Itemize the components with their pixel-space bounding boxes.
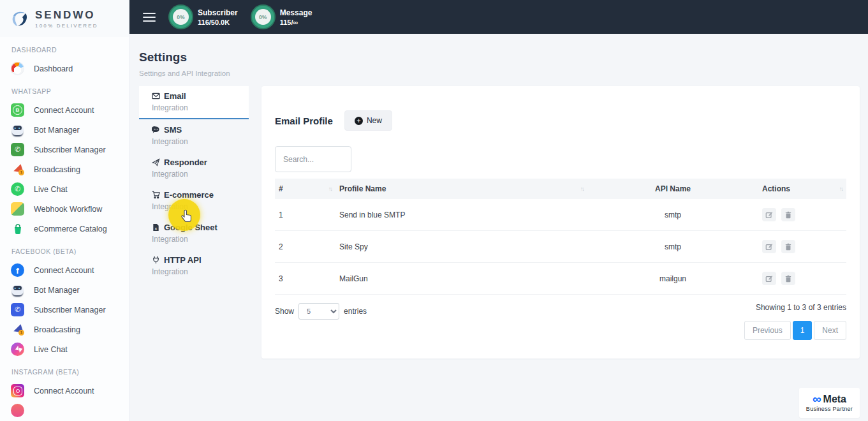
section-label-instagram: INSTAGRAM (BETA): [11, 368, 129, 376]
hand-cursor-icon: [179, 209, 193, 225]
hamburger-menu-icon[interactable]: [143, 10, 156, 24]
column-header-api-name[interactable]: API Name: [587, 179, 758, 199]
tab-responder-integration[interactable]: Responder Integration: [139, 152, 249, 184]
sidebar-item-fb-subscriber-manager[interactable]: Subscriber Manager: [0, 300, 129, 320]
email-profiles-table: #↑↓ Profile Name↑↓ API Name Actions↑↓ 1 …: [275, 179, 846, 295]
tab-sms-integration[interactable]: SMS Integration: [139, 120, 249, 152]
cart-icon: [152, 191, 160, 199]
message-stat-value: 115/∞: [280, 18, 313, 26]
subscriber-stat: 0% Subscriber 116/50.0K: [170, 6, 238, 28]
panel-title: Email Profile: [275, 115, 333, 126]
edit-button[interactable]: [762, 240, 776, 253]
delete-button[interactable]: [781, 208, 795, 221]
brand-logo[interactable]: SENDWO 100% DELIVERED: [0, 0, 129, 37]
progress-ring-icon: 0%: [252, 6, 274, 28]
sidebar: SENDWO 100% DELIVERED DASHBOARD Dashboar…: [0, 0, 129, 421]
robot-icon: [11, 283, 24, 297]
column-header-profile-name[interactable]: Profile Name↑↓: [335, 179, 587, 199]
gauge-icon: [11, 62, 24, 75]
sendwo-logo-icon: [8, 7, 31, 30]
edit-icon: [765, 275, 773, 283]
page-1-button[interactable]: 1: [793, 321, 813, 340]
sidebar-item-fb-bot-manager[interactable]: Bot Manager: [0, 280, 129, 300]
sidebar-item-fb-live-chat[interactable]: Live Chat: [0, 339, 129, 359]
sidebar-item-partial[interactable]: [0, 401, 129, 420]
main-content: Settings Settings and API Integration Em…: [129, 34, 868, 421]
entries-label: entries: [344, 307, 367, 316]
subscriber-stat-value: 116/50.0K: [198, 18, 238, 26]
delete-button[interactable]: [781, 240, 795, 253]
instagram-icon: [11, 384, 24, 397]
previous-page-button[interactable]: Previous: [744, 321, 791, 340]
table-header-row: #↑↓ Profile Name↑↓ API Name Actions↑↓: [275, 179, 846, 199]
plus-circle-icon: [355, 117, 363, 125]
topbar: 0% Subscriber 116/50.0K 0% Message 115/∞: [129, 0, 868, 34]
sidebar-item-ecommerce-catalog[interactable]: eCommerce Catalog: [0, 219, 129, 239]
show-label: Show: [275, 307, 294, 316]
column-header-actions[interactable]: Actions↑↓: [758, 179, 846, 199]
whatsapp-chat-icon: [11, 182, 24, 196]
delete-button[interactable]: [781, 272, 795, 285]
table-row: 3 MailGun mailgun: [275, 263, 846, 295]
sidebar-item-wa-broadcasting[interactable]: Broadcasting: [0, 159, 129, 179]
next-page-button[interactable]: Next: [814, 321, 846, 340]
message-stat-label: Message: [280, 8, 313, 17]
edit-icon: [765, 211, 773, 219]
shopping-bag-icon: [11, 222, 24, 235]
sort-icon: ↑↓: [580, 186, 584, 192]
robot-icon: [11, 123, 24, 137]
facebook-icon: [11, 263, 24, 277]
sidebar-item-webhook-workflow[interactable]: Webhook Workflow: [0, 199, 129, 219]
paper-plane-icon: [152, 158, 160, 166]
phonebook-green-icon: [11, 143, 24, 156]
brand-tagline: 100% DELIVERED: [35, 23, 98, 29]
megaphone-blue-icon: [11, 323, 24, 336]
edit-button[interactable]: [762, 208, 776, 221]
table-row: 1 Send in blue SMTP smtp: [275, 199, 846, 231]
spreadsheet-icon: x: [152, 223, 160, 232]
showing-entries-text: Showing 1 to 3 of 3 entries: [744, 303, 846, 312]
subscriber-stat-label: Subscriber: [198, 8, 238, 17]
meta-business-partner-badge: Meta Business Partner: [799, 388, 860, 418]
robot-pink-icon: [11, 404, 24, 417]
tab-http-api-integration[interactable]: HTTP API Integration: [139, 250, 249, 282]
sidebar-item-wa-bot-manager[interactable]: Bot Manager: [0, 120, 129, 140]
section-label-whatsapp: WHATSAPP: [11, 87, 129, 95]
page-title: Settings: [139, 50, 868, 64]
sidebar-item-fb-broadcasting[interactable]: Broadcasting: [0, 320, 129, 339]
trash-icon: [784, 275, 792, 283]
section-label-facebook: FACEBOOK (BETA): [11, 247, 129, 255]
trash-icon: [784, 211, 792, 219]
sort-icon: ↑↓: [328, 186, 332, 192]
messenger-icon: [11, 343, 24, 356]
message-stat: 0% Message 115/∞: [252, 6, 313, 28]
plug-icon: [152, 256, 160, 264]
meta-infinity-icon: [813, 395, 821, 404]
chat-bubble-icon: [152, 126, 160, 134]
table-row: 2 Site Spy smtp: [275, 231, 846, 263]
page-size-select[interactable]: 5: [298, 303, 339, 320]
tab-email-integration[interactable]: Email Integration: [139, 86, 249, 119]
workflow-icon: [11, 202, 24, 216]
sort-icon: ↑↓: [839, 186, 842, 192]
sidebar-item-fb-connect-account[interactable]: Connect Account: [0, 260, 129, 280]
search-input[interactable]: [275, 146, 351, 172]
megaphone-orange-icon: [11, 163, 24, 176]
pagination: Previous 1 Next: [744, 321, 846, 340]
new-profile-button[interactable]: New: [344, 110, 392, 131]
email-profile-panel: Email Profile New #↑↓ Profile Name↑↓ API…: [261, 86, 860, 358]
whatsapp-business-icon: [11, 103, 24, 117]
edit-button[interactable]: [762, 272, 776, 285]
progress-ring-icon: 0%: [170, 6, 192, 28]
phonebook-blue-icon: [11, 303, 24, 316]
sidebar-item-wa-subscriber-manager[interactable]: Subscriber Manager: [0, 140, 129, 159]
column-header-num[interactable]: #↑↓: [275, 179, 335, 199]
sidebar-item-wa-live-chat[interactable]: Live Chat: [0, 179, 129, 199]
sidebar-item-dashboard[interactable]: Dashboard: [0, 59, 129, 78]
section-label-dashboard: DASHBOARD: [11, 46, 129, 54]
sidebar-item-ig-connect-account[interactable]: Connect Account: [0, 381, 129, 401]
trash-icon: [784, 243, 792, 251]
brand-name: SENDWO: [35, 9, 98, 22]
page-subtitle: Settings and API Integration: [139, 70, 868, 77]
sidebar-item-wa-connect-account[interactable]: Connect Account: [0, 100, 129, 120]
